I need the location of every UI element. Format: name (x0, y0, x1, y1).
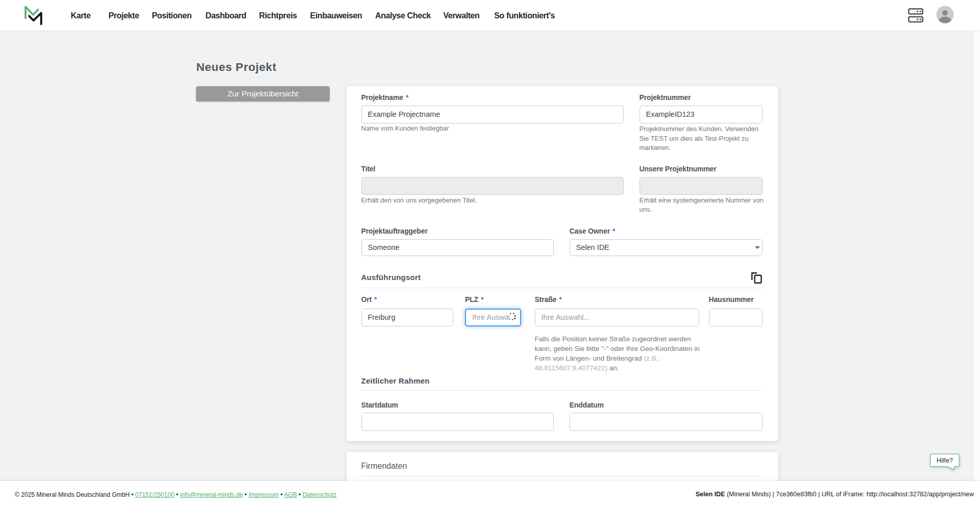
svg-text:Hilfe?: Hilfe? (937, 457, 953, 464)
